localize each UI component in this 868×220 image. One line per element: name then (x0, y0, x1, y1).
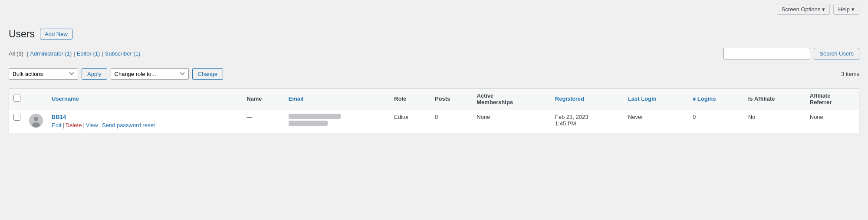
page-title: Users (9, 28, 35, 41)
search-input[interactable] (723, 48, 810, 59)
filter-bar: All (3) | Administrator (1) | Editor (1)… (9, 48, 859, 59)
all-filter-label: All (3) (9, 50, 25, 57)
filter-separator: | (73, 50, 75, 57)
filter-separator: | (27, 50, 28, 57)
all-filter-link[interactable]: All (3) (9, 50, 23, 57)
table-header: Username Name Email Role Posts ActiveMem… (9, 89, 859, 109)
row-actions: Edit | Delete | View | Send password res… (52, 122, 238, 128)
registered-col-header[interactable]: Registered (551, 89, 624, 109)
active-memberships-cell: None (472, 109, 551, 133)
name-col-header: Name (242, 89, 284, 109)
change-button[interactable]: Change (192, 68, 224, 80)
chevron-down-icon: ▾ (822, 6, 825, 13)
avatar-cell (25, 109, 47, 133)
affiliate-referrer-cell: None (806, 109, 859, 133)
role-col-header: Role (390, 89, 431, 109)
email-blurred-line1 (289, 114, 341, 119)
registered-cell: Feb 23, 20231:45 PM (551, 109, 624, 133)
is-affiliate-col-header: Is Affiliate (744, 89, 806, 109)
email-blurred-line2 (289, 121, 328, 126)
filter-separator: | (102, 50, 103, 57)
avatar-col-header (25, 89, 47, 109)
email-cell (284, 109, 390, 133)
logins-cell: 0 (688, 109, 744, 133)
username-cell: BB14 Edit | Delete | View | Send passwor… (47, 109, 242, 133)
is-affiliate-cell: No (744, 109, 806, 133)
username-col-header[interactable]: Username (47, 89, 242, 109)
help-label: Help (838, 6, 850, 13)
row-checkbox[interactable] (13, 114, 20, 121)
screen-options-label: Screen Options (782, 6, 821, 13)
view-link[interactable]: View (86, 122, 98, 128)
subscriber-filter-link[interactable]: Subscriber (1) (105, 50, 141, 57)
help-button[interactable]: Help ▾ (833, 4, 859, 15)
affiliate-referrer-col-header: AffiliateReferrer (806, 89, 859, 109)
svg-point-1 (34, 117, 38, 121)
avatar (29, 114, 43, 128)
editor-filter-link[interactable]: Editor (1) (77, 50, 100, 57)
name-cell: — (242, 109, 284, 133)
add-new-button[interactable]: Add New (40, 29, 72, 39)
select-all-header (9, 89, 25, 109)
role-cell: Editor (390, 109, 431, 133)
users-table: Username Name Email Role Posts ActiveMem… (9, 89, 859, 133)
page-content: Users Add New All (3) | Administrator (1… (0, 19, 868, 133)
search-area: Search Users (723, 48, 859, 59)
change-role-select[interactable]: Change role to... (111, 68, 189, 80)
top-bar: Screen Options ▾ Help ▾ (0, 0, 868, 19)
actions-bar: Bulk actions Apply Change role to... Cha… (9, 65, 859, 83)
actions-left: Bulk actions Apply Change role to... Cha… (9, 68, 223, 80)
delete-link[interactable]: Delete (66, 122, 82, 128)
last-login-cell: Never (624, 109, 688, 133)
screen-options-button[interactable]: Screen Options ▾ (777, 4, 830, 15)
logins-col-header[interactable]: # Logins (688, 89, 744, 109)
chevron-down-icon: ▾ (852, 6, 855, 13)
bulk-actions-select[interactable]: Bulk actions (9, 68, 78, 80)
select-all-checkbox[interactable] (13, 95, 20, 102)
table-body: BB14 Edit | Delete | View | Send passwor… (9, 109, 859, 133)
active-memberships-col-header: ActiveMemberships (472, 89, 551, 109)
apply-button[interactable]: Apply (82, 68, 107, 80)
table-row: BB14 Edit | Delete | View | Send passwor… (9, 109, 859, 133)
edit-link[interactable]: Edit (52, 122, 61, 128)
send-password-reset-link[interactable]: Send password reset (102, 122, 155, 128)
filter-links: All (3) | Administrator (1) | Editor (1)… (9, 50, 140, 57)
row-checkbox-cell (9, 109, 25, 133)
email-col-header[interactable]: Email (284, 89, 390, 109)
avatar-icon (29, 114, 43, 128)
posts-col-header: Posts (431, 89, 472, 109)
posts-cell: 0 (431, 109, 472, 133)
page-header: Users Add New (9, 28, 859, 41)
search-users-button[interactable]: Search Users (814, 48, 859, 59)
svg-point-2 (32, 122, 40, 128)
items-count: 3 items (841, 71, 859, 77)
last-login-col-header[interactable]: Last Login (624, 89, 688, 109)
administrator-filter-link[interactable]: Administrator (1) (30, 50, 72, 57)
username-link[interactable]: BB14 (52, 114, 66, 120)
